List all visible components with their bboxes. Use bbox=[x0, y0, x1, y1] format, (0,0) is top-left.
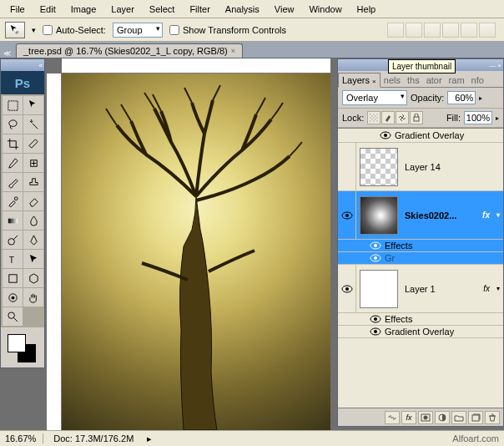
dodge-tool[interactable] bbox=[3, 231, 23, 249]
blur-tool[interactable] bbox=[23, 211, 43, 230]
menu-layer[interactable]: Layer bbox=[104, 3, 141, 16]
layer-style-icon[interactable]: fx bbox=[401, 411, 416, 424]
layer-thumbnail[interactable] bbox=[360, 148, 398, 186]
fx-badge[interactable]: fx bbox=[483, 284, 490, 293]
new-layer-icon[interactable] bbox=[468, 411, 483, 424]
ruler-horizontal[interactable] bbox=[62, 58, 330, 73]
document-tab-close-icon[interactable]: × bbox=[231, 47, 235, 55]
visibility-icon[interactable] bbox=[370, 254, 381, 262]
visibility-icon[interactable] bbox=[370, 241, 381, 250]
gradient-tool[interactable] bbox=[3, 211, 23, 230]
hand-tool[interactable] bbox=[23, 288, 43, 307]
layer-name[interactable]: Layer 1fx▾ bbox=[401, 284, 503, 294]
visibility-icon[interactable] bbox=[341, 211, 353, 220]
document-tab[interactable]: _tree.psd @ 16.7% (Skies0202_1_L copy, R… bbox=[16, 43, 243, 58]
foreground-color-swatch[interactable] bbox=[8, 334, 26, 352]
eyedropper-tool[interactable] bbox=[3, 154, 23, 172]
stamp-tool[interactable] bbox=[23, 173, 43, 191]
auto-select-checkbox[interactable]: Auto-Select: bbox=[43, 25, 106, 35]
menu-filter[interactable]: Filter bbox=[183, 3, 216, 16]
menu-select[interactable]: Select bbox=[143, 3, 182, 16]
menu-image[interactable]: Image bbox=[64, 3, 103, 16]
menu-edit[interactable]: Edit bbox=[33, 3, 63, 16]
move-tool[interactable] bbox=[23, 96, 43, 114]
opacity-input[interactable]: 60% bbox=[447, 91, 476, 104]
type-tool[interactable]: T bbox=[3, 250, 23, 268]
history-brush-tool[interactable] bbox=[3, 192, 23, 210]
layer-row-selected[interactable]: Skies0202...fx▾ bbox=[338, 191, 503, 240]
brush-tool[interactable] bbox=[3, 173, 23, 191]
align-vcenter-icon[interactable] bbox=[406, 23, 422, 38]
path-select-tool[interactable] bbox=[23, 250, 43, 268]
menu-analysis[interactable]: Analysis bbox=[219, 3, 266, 16]
heal-tool[interactable] bbox=[23, 154, 43, 172]
tab-paths[interactable]: ths bbox=[404, 73, 423, 87]
group-icon[interactable] bbox=[451, 411, 466, 424]
toolbox-header[interactable]: « bbox=[1, 59, 44, 71]
visibility-icon[interactable] bbox=[370, 327, 381, 336]
status-menu-icon[interactable]: ▸ bbox=[147, 433, 152, 444]
layer-mask-icon[interactable] bbox=[418, 411, 433, 424]
blend-mode-combo[interactable]: Overlay bbox=[342, 90, 407, 105]
layer-thumbnail[interactable] bbox=[360, 270, 398, 308]
menu-file[interactable]: File bbox=[3, 3, 32, 16]
effects-row[interactable]: Effects Layer thumbnail bbox=[338, 240, 503, 252]
layer-row[interactable]: Layer 14 bbox=[338, 143, 503, 191]
tab-channels[interactable]: nels bbox=[381, 73, 404, 87]
slice-tool[interactable] bbox=[23, 134, 43, 153]
effects-row[interactable]: Effects bbox=[338, 313, 503, 326]
tab-navigator[interactable]: ator bbox=[423, 73, 446, 87]
effect-gradient-overlay[interactable]: Gradient Overlay bbox=[338, 326, 503, 338]
fx-badge[interactable]: fx bbox=[482, 210, 490, 220]
collapse-icon[interactable]: « bbox=[39, 62, 43, 69]
opacity-flyout-icon[interactable]: ▸ bbox=[479, 94, 482, 102]
show-transform-checkbox[interactable]: Show Transform Controls bbox=[169, 25, 286, 35]
canvas[interactable] bbox=[62, 73, 330, 430]
lock-transparent-icon[interactable] bbox=[367, 111, 381, 124]
tab-scroll-left-icon[interactable]: ≪ bbox=[3, 49, 11, 58]
link-layers-icon[interactable] bbox=[385, 411, 400, 424]
align-bottom-icon[interactable] bbox=[424, 23, 441, 38]
adjustment-layer-icon[interactable] bbox=[435, 411, 450, 424]
tab-histogram[interactable]: ram bbox=[446, 73, 468, 87]
move-tool-indicator[interactable] bbox=[5, 22, 25, 38]
align-left-icon[interactable] bbox=[442, 23, 459, 38]
color-swatches[interactable] bbox=[4, 331, 41, 364]
layer-thumbnail[interactable] bbox=[360, 196, 398, 235]
lasso-tool[interactable] bbox=[3, 115, 23, 134]
menu-view[interactable]: View bbox=[268, 3, 301, 16]
align-hcenter-icon[interactable] bbox=[461, 23, 477, 38]
layer-name[interactable]: Skies0202...fx▾ bbox=[401, 210, 503, 220]
3d-camera-tool[interactable] bbox=[3, 288, 23, 307]
tab-layers[interactable]: Layers × bbox=[338, 73, 381, 88]
marquee-tool[interactable] bbox=[3, 96, 23, 114]
fill-flyout-icon[interactable]: ▸ bbox=[496, 114, 499, 122]
close-icon[interactable]: × bbox=[497, 62, 501, 69]
menu-window[interactable]: Window bbox=[302, 3, 348, 16]
auto-select-target-combo[interactable]: Group bbox=[113, 23, 163, 38]
layer-name[interactable]: Layer 14 bbox=[401, 162, 503, 172]
visibility-icon[interactable] bbox=[341, 285, 353, 293]
layer-row[interactable]: Layer 1fx▾ bbox=[338, 265, 503, 313]
menu-help[interactable]: Help bbox=[350, 3, 383, 16]
visibility-icon[interactable] bbox=[370, 315, 381, 323]
zoom-tool[interactable] bbox=[3, 307, 23, 326]
align-top-icon[interactable] bbox=[387, 23, 404, 38]
eraser-tool[interactable] bbox=[23, 192, 43, 210]
effect-gradient-overlay[interactable]: Gr bbox=[338, 252, 503, 265]
fill-input[interactable]: 100% bbox=[464, 111, 492, 124]
pen-tool[interactable] bbox=[23, 231, 43, 249]
lock-position-icon[interactable] bbox=[396, 111, 409, 124]
3d-tool[interactable] bbox=[23, 269, 43, 287]
visibility-icon[interactable] bbox=[380, 131, 391, 139]
lock-pixels-icon[interactable] bbox=[381, 111, 395, 124]
lock-all-icon[interactable] bbox=[410, 111, 423, 124]
align-right-icon[interactable] bbox=[479, 23, 496, 38]
wand-tool[interactable] bbox=[23, 115, 43, 134]
ruler-vertical[interactable] bbox=[47, 73, 62, 430]
tab-info[interactable]: nfo bbox=[468, 73, 487, 87]
crop-tool[interactable] bbox=[3, 134, 23, 153]
delete-layer-icon[interactable] bbox=[485, 411, 500, 424]
effect-gradient-overlay-top[interactable]: Gradient Overlay bbox=[338, 129, 503, 143]
minimize-icon[interactable]: — bbox=[489, 62, 496, 69]
